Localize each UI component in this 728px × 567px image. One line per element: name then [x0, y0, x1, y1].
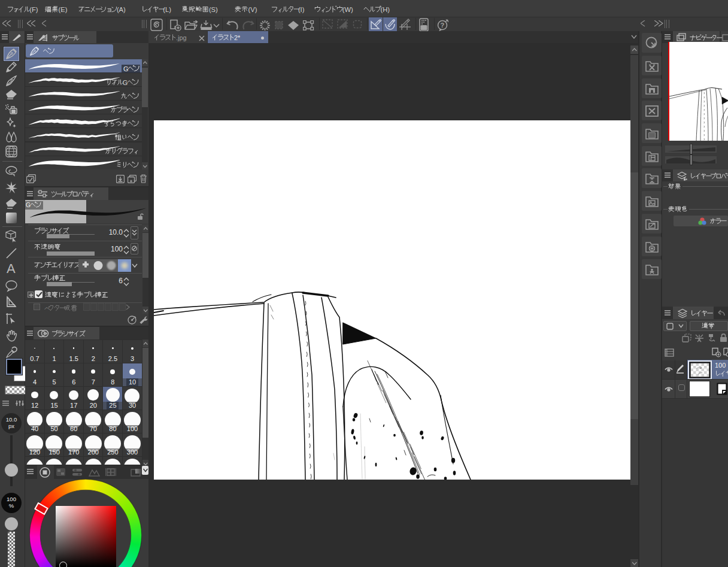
svg-text:(V): (V) [248, 6, 257, 13]
svg-text:(L): (L) [163, 6, 171, 13]
svg-text:2*: 2* [234, 34, 241, 41]
svg-text:(I): (I) [298, 6, 305, 13]
svg-text:G: G [26, 202, 31, 208]
svg-text:.jpg: .jpg [176, 34, 187, 41]
svg-text:(S): (S) [209, 6, 218, 13]
svg-text:(W): (W) [342, 6, 353, 13]
svg-text:A: A [7, 262, 16, 275]
svg-text:?: ? [441, 22, 445, 29]
svg-text:(H): (H) [381, 6, 390, 13]
